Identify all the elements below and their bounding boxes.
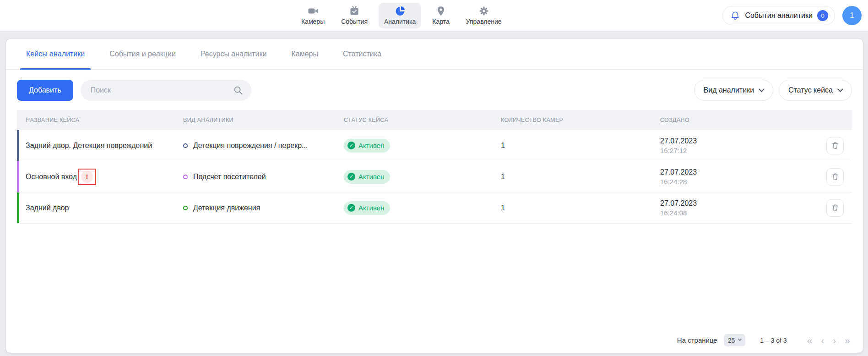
page-range: 1 – 3 of 3	[760, 337, 787, 344]
created-time: 16:24:08	[660, 209, 815, 217]
case-name: Задний двор	[26, 204, 69, 212]
created-date: 27.07.2023	[660, 199, 815, 208]
nav-item-cameras[interactable]: Камеры	[296, 3, 330, 28]
previous-page-icon[interactable]: ‹	[821, 335, 824, 345]
tab-analytics-resources[interactable]: Ресурсы аналитики	[195, 39, 273, 69]
nav-item-analytics[interactable]: Аналитика	[379, 3, 421, 28]
delete-case-button[interactable]	[826, 168, 844, 186]
per-page-select[interactable]: 25	[724, 334, 746, 346]
row-accent-bar	[17, 192, 19, 223]
created-date: 27.07.2023	[660, 137, 815, 145]
events-count-badge: 0	[817, 10, 828, 21]
analytics-type-icon	[183, 143, 188, 148]
gear-icon	[478, 5, 489, 16]
trash-icon	[831, 203, 840, 212]
status-badge: ✓Активен	[344, 170, 390, 184]
case-name: Задний двор. Детекция повреждений	[26, 142, 152, 150]
delete-case-button[interactable]	[826, 137, 844, 154]
nav-item-management[interactable]: Управление	[461, 3, 507, 28]
created-cell: 27.07.2023 16:24:08	[660, 199, 815, 217]
search-input[interactable]	[81, 80, 251, 101]
filter-analytics-type[interactable]: Вид аналитики	[694, 80, 774, 101]
status-badge: ✓Активен	[344, 201, 390, 215]
per-page-label: На странице	[677, 336, 717, 344]
nav-label: Карта	[432, 18, 449, 25]
check-circle-icon: ✓	[347, 173, 355, 181]
col-header-case-name: НАЗВАНИЕ КЕЙСА	[26, 117, 183, 123]
pie-chart-icon	[395, 5, 406, 16]
pager-controls: « ‹ › »	[807, 335, 850, 345]
trash-icon	[831, 172, 840, 181]
main-navigation: Камеры События Аналитика Карта Управлени…	[296, 0, 507, 31]
first-page-icon[interactable]: «	[807, 335, 813, 345]
col-header-analytics-type: ВИД АНАЛИТИКИ	[183, 117, 344, 123]
next-page-icon[interactable]: ›	[833, 335, 836, 345]
nav-item-map[interactable]: Карта	[427, 3, 455, 28]
chevron-down-icon	[738, 337, 742, 340]
table-row[interactable]: Задний двор. Детекция повреждений Детекц…	[17, 130, 852, 161]
video-camera-icon	[308, 5, 319, 16]
header-right-controls: События аналитики 0 1	[722, 0, 862, 31]
alert-exclamation-icon: !	[81, 171, 93, 183]
calendar-check-icon	[349, 5, 360, 16]
analytics-type-label: Подсчет посетителей	[193, 173, 266, 181]
table-row[interactable]: Задний двор Детекция движения ✓Активен 1…	[17, 192, 852, 224]
top-header-bar: Камеры События Аналитика Карта Управлени…	[0, 0, 868, 31]
status-badge: ✓Активен	[344, 139, 390, 153]
camera-count: 1	[501, 142, 660, 150]
analytics-type-label: Детекция движения	[193, 204, 260, 212]
filter-label: Статус кейса	[788, 86, 833, 94]
created-time: 16:27:12	[660, 147, 815, 154]
row-accent-bar	[17, 130, 19, 161]
tab-analytics-cases[interactable]: Кейсы аналитики	[20, 39, 91, 69]
table-row[interactable]: Основной вход ! Подсчет посетителей ✓Акт…	[17, 161, 852, 192]
annotation-highlight-box: !	[78, 169, 96, 185]
delete-case-button[interactable]	[826, 199, 844, 217]
map-pin-icon	[435, 5, 446, 16]
analytics-events-label: События аналитики	[745, 11, 813, 20]
created-cell: 27.07.2023 16:27:12	[660, 137, 815, 154]
tab-events-reactions[interactable]: События и реакции	[103, 39, 182, 69]
filter-case-status[interactable]: Статус кейса	[779, 80, 852, 101]
nav-label: Камеры	[301, 18, 325, 25]
user-avatar[interactable]: 1	[842, 6, 862, 25]
toolbar: Добавить Вид аналитики Статус кейса	[17, 80, 852, 101]
analytics-type-label: Детекция повреждения / перекр...	[193, 142, 308, 150]
trash-icon	[831, 141, 840, 150]
nav-label: События	[341, 18, 368, 25]
nav-label: Аналитика	[384, 18, 416, 25]
table-header: НАЗВАНИЕ КЕЙСА ВИД АНАЛИТИКИ СТАТУС КЕЙС…	[17, 110, 852, 130]
add-button[interactable]: Добавить	[17, 80, 73, 101]
analytics-type-icon	[183, 206, 188, 210]
search-field	[81, 80, 251, 101]
last-page-icon[interactable]: »	[845, 335, 850, 345]
filter-label: Вид аналитики	[704, 86, 754, 94]
pagination-bar: На странице 25 1 – 3 of 3 « ‹ › »	[677, 334, 850, 346]
created-cell: 27.07.2023 16:24:28	[660, 168, 815, 186]
analytics-type-icon	[183, 175, 188, 179]
camera-count: 1	[501, 204, 660, 212]
col-header-camera-count: КОЛИЧЕСТВО КАМЕР	[501, 117, 660, 123]
tab-cameras[interactable]: Камеры	[285, 39, 324, 69]
chevron-down-icon	[759, 86, 765, 92]
search-icon	[233, 85, 243, 97]
bell-icon	[730, 11, 740, 21]
cases-table: НАЗВАНИЕ КЕЙСА ВИД АНАЛИТИКИ СТАТУС КЕЙС…	[17, 110, 852, 224]
row-accent-bar	[17, 161, 19, 192]
nav-item-events[interactable]: События	[336, 3, 373, 28]
col-header-case-status: СТАТУС КЕЙСА	[344, 117, 501, 123]
created-time: 16:24:28	[660, 178, 815, 186]
analytics-tabs: Кейсы аналитики События и реакции Ресурс…	[6, 39, 863, 70]
check-circle-icon: ✓	[347, 204, 355, 212]
content-card: Кейсы аналитики События и реакции Ресурс…	[6, 39, 863, 353]
tab-statistics[interactable]: Статистика	[337, 39, 387, 69]
created-date: 27.07.2023	[660, 168, 815, 176]
chevron-down-icon	[837, 86, 843, 92]
analytics-events-button[interactable]: События аналитики 0	[722, 6, 835, 25]
camera-count: 1	[501, 173, 660, 181]
case-name: Основной вход	[26, 173, 77, 181]
col-header-created: СОЗДАНО	[660, 117, 815, 123]
nav-label: Управление	[466, 18, 502, 25]
check-circle-icon: ✓	[347, 142, 355, 149]
